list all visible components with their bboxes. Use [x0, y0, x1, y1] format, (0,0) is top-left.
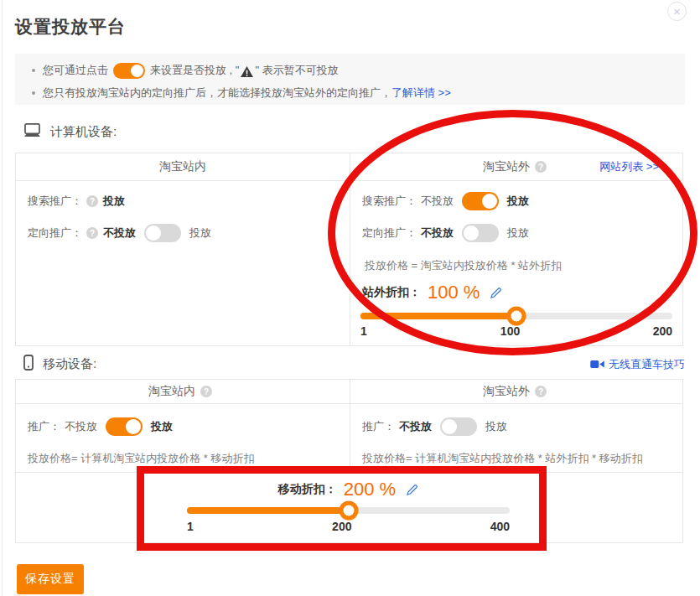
- row-label: 搜索推广：: [362, 194, 417, 209]
- bullet-dot: [32, 69, 35, 72]
- wireless-tips: 无线直通车技巧: [590, 357, 685, 372]
- edit-pencil-icon[interactable]: [406, 484, 418, 496]
- on-option: 投放: [507, 225, 529, 241]
- row-label: 定向推广：: [28, 225, 82, 241]
- search-promo-row-offsite: 搜索推广： 不投放 投放: [362, 192, 529, 210]
- mobile-offsite-header: 淘宝站外 ?: [350, 380, 684, 403]
- column-title: 淘宝站外: [483, 384, 530, 399]
- target-promo-offsite-toggle[interactable]: [462, 224, 499, 242]
- dialog-left-border: [2, 0, 3, 596]
- mobile-slider-labels: 1 200 400: [187, 520, 510, 533]
- close-icon[interactable]: ×: [667, 2, 687, 21]
- search-promo-offsite-toggle[interactable]: [462, 192, 499, 210]
- mobile-section-header: 移动设备:: [23, 355, 96, 373]
- offsite-discount-line: 站外折扣： 100 %: [362, 281, 502, 304]
- on-option: 投放: [189, 225, 211, 241]
- slider-row-separator: [16, 472, 682, 473]
- row-label: 搜索推广：: [28, 194, 82, 209]
- toggle-knob: [482, 194, 497, 209]
- site-list-link[interactable]: 网站列表 >>: [599, 153, 659, 180]
- slider-min-label: 1: [187, 520, 194, 533]
- help-icon[interactable]: ?: [86, 195, 98, 207]
- slider-current-label: 100: [500, 324, 520, 338]
- off-option: 不投放: [421, 194, 454, 209]
- computer-icon: [23, 123, 41, 140]
- set-platform-dialog: × 设置投放平台 您可通过点击 来设置是否投放 , " " 表示暂不可投放 您只…: [0, 0, 700, 596]
- off-option: 不投放: [65, 419, 97, 434]
- page-title: 设置投放平台: [15, 15, 126, 39]
- notice-line-1: 您可通过点击 来设置是否投放 , " " 表示暂不可投放: [30, 62, 677, 79]
- off-option: 不投放: [399, 419, 432, 434]
- slider-max-label: 400: [490, 520, 510, 533]
- column-title: 淘宝站外: [483, 159, 530, 174]
- mobile-onsite-promo-row: 推广： 不投放 投放: [28, 417, 173, 436]
- column-divider: [350, 153, 350, 345]
- save-settings-button[interactable]: 保存设置: [17, 564, 84, 594]
- slider-fill: [360, 313, 516, 319]
- help-icon[interactable]: ?: [535, 386, 547, 397]
- mobile-onsite-price-formula: 投放价格= 计算机淘宝站内投放价格 * 移动折扣: [28, 451, 255, 466]
- slider-min-label: 1: [360, 324, 367, 338]
- notice-text: 来设置是否投放 , ": [150, 63, 239, 78]
- on-option: 投放: [507, 194, 529, 209]
- discount-label: 站外折扣：: [362, 285, 421, 300]
- help-icon[interactable]: ?: [200, 386, 212, 397]
- slider-handle[interactable]: [507, 307, 526, 326]
- computer-onsite-header: 淘宝站内: [16, 153, 350, 180]
- slider-fill: [187, 507, 349, 514]
- offsite-discount-slider[interactable]: [360, 313, 672, 319]
- mobile-discount-slider[interactable]: [187, 507, 510, 514]
- slider-handle[interactable]: [339, 501, 358, 521]
- notice-box: 您可通过点击 来设置是否投放 , " " 表示暂不可投放 您只有投放淘宝站内的定…: [15, 54, 685, 105]
- column-title: 淘宝站内: [148, 384, 195, 399]
- toggle-knob: [146, 225, 161, 241]
- target-promo-row-onsite: 定向推广： ? 不投放 投放: [28, 224, 211, 242]
- toggle-knob: [131, 65, 143, 77]
- target-promo-row-offsite: 定向推广： 不投放 投放: [362, 224, 529, 242]
- on-option: 投放: [151, 419, 173, 434]
- discount-value: 100 %: [428, 282, 480, 303]
- offsite-price-formula: 投放价格 = 淘宝站内投放价格 * 站外折扣: [365, 258, 562, 273]
- header-separator: [16, 403, 682, 404]
- example-toggle: [113, 63, 145, 79]
- mobile-onsite-header: 淘宝站内 ?: [16, 380, 350, 403]
- computer-panel: 淘宝站内 淘宝站外 ? 网站列表 >> 搜索推广： ? 投放 定向推广： ? 不…: [15, 153, 683, 346]
- mobile-panel: 淘宝站内 ? 淘宝站外 ? 推广： 不投放 投放 推广： 不投放 投放 投放价格…: [15, 379, 683, 543]
- wireless-tips-link[interactable]: 无线直通车技巧: [609, 357, 685, 372]
- video-camera-icon: [590, 357, 604, 372]
- mobile-offsite-price-formula: 投放价格= 计算机淘宝站内投放价格 * 站外折扣 * 移动折扣: [362, 451, 643, 466]
- discount-label: 移动折扣：: [278, 482, 337, 497]
- mobile-onsite-toggle[interactable]: [106, 417, 143, 436]
- learn-more-link[interactable]: 了解详情 >>: [391, 86, 451, 101]
- header-separator: [16, 180, 682, 181]
- slider-current-label: 200: [332, 520, 351, 533]
- mobile-section-label: 移动设备:: [43, 356, 96, 372]
- computer-section-label: 计算机设备:: [50, 124, 117, 140]
- off-option: 不投放: [421, 225, 454, 241]
- notice-text: " 表示暂不可投放: [255, 63, 338, 78]
- discount-value: 200 %: [344, 479, 396, 500]
- toggle-knob: [126, 419, 141, 434]
- off-option: 不投放: [103, 225, 136, 241]
- target-promo-onsite-toggle[interactable]: [144, 224, 181, 242]
- computer-section-header: 计算机设备:: [23, 123, 117, 140]
- mobile-offsite-toggle[interactable]: [440, 417, 477, 436]
- search-promo-row-onsite: 搜索推广： ? 投放: [28, 192, 125, 210]
- on-option: 投放: [485, 419, 507, 434]
- bullet-dot: [32, 91, 35, 95]
- warning-icon: [241, 66, 253, 77]
- status-value: 投放: [103, 194, 125, 209]
- slider-max-label: 200: [653, 324, 672, 338]
- offsite-slider-labels: 1 100 200: [360, 324, 672, 338]
- help-icon[interactable]: ?: [86, 227, 98, 239]
- notice-line-2: 您只有投放淘宝站内的定向推广后，才能选择投放淘宝站外的定向推广， 了解详情 >>: [30, 85, 677, 101]
- edit-pencil-icon[interactable]: [490, 287, 502, 299]
- notice-text: 您只有投放淘宝站内的定向推广后，才能选择投放淘宝站外的定向推广，: [43, 86, 391, 101]
- toggle-knob: [442, 419, 457, 434]
- column-title: 淘宝站内: [159, 159, 206, 174]
- phone-icon: [23, 355, 34, 373]
- toggle-knob: [464, 225, 479, 241]
- row-label: 推广：: [28, 419, 60, 434]
- help-icon[interactable]: ?: [535, 161, 547, 173]
- row-label: 推广：: [362, 419, 395, 434]
